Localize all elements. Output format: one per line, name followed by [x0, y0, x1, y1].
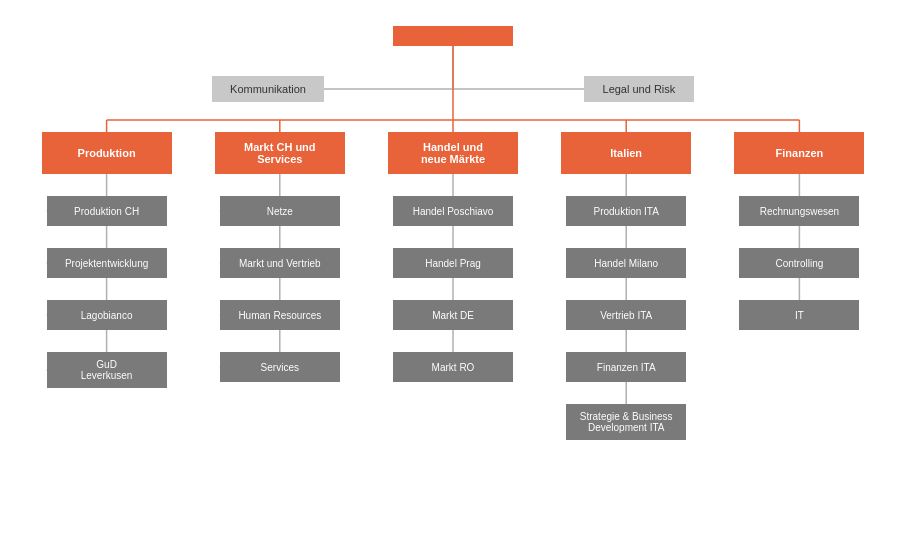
col-header-produktion: Produktion [42, 132, 172, 174]
list-item: Finanzen ITA [566, 352, 686, 382]
list-item: Handel Milano [566, 248, 686, 278]
list-item: Human Resources [220, 300, 340, 330]
col-header-handel: Handel und neue Märkte [388, 132, 518, 174]
kommunikation-box: Kommunikation [212, 76, 324, 102]
legal-risk-box: Legal und Risk [584, 76, 694, 102]
col-items-produktion: Produktion CH Projektentwicklung Lagobia… [42, 174, 172, 388]
column-produktion: Produktion Produktion CH Projektentwickl… [20, 132, 193, 388]
list-item: Lagobianco [47, 300, 167, 330]
list-item: Produktion CH [47, 196, 167, 226]
column-handel: Handel und neue Märkte Handel Poschiavo … [366, 132, 539, 382]
col-items-handel: Handel Poschiavo Handel Prag Markt DE Ma… [388, 174, 518, 382]
col-items-markt-ch: Netze Markt und Vertrieb Human Resources… [215, 174, 345, 382]
list-item: Rechnungswesen [739, 196, 859, 226]
list-item: Handel Poschiavo [393, 196, 513, 226]
col-items-italien: Produktion ITA Handel Milano Vertrieb IT… [561, 174, 691, 440]
list-item: Vertrieb ITA [566, 300, 686, 330]
list-item: Strategie & Business Development ITA [566, 404, 686, 440]
col-header-italien: Italien [561, 132, 691, 174]
list-item: IT [739, 300, 859, 330]
column-markt-ch: Markt CH und Services Netze Markt und Ve… [193, 132, 366, 382]
col-header-finanzen: Finanzen [734, 132, 864, 174]
column-italien: Italien Produktion ITA Handel Milano Ver… [540, 132, 713, 440]
list-item: Netze [220, 196, 340, 226]
list-item: Produktion ITA [566, 196, 686, 226]
page: Kommunikation Legal und Risk Produktion … [0, 0, 906, 538]
list-item: Markt DE [393, 300, 513, 330]
ceo-box [393, 26, 513, 46]
list-item: Projektentwicklung [47, 248, 167, 278]
list-item: Markt und Vertrieb [220, 248, 340, 278]
column-finanzen: Finanzen Rechnungswesen Controlling IT [713, 132, 886, 330]
col-header-markt-ch: Markt CH und Services [215, 132, 345, 174]
list-item: GuD Leverkusen [47, 352, 167, 388]
list-item: Services [220, 352, 340, 382]
col-items-finanzen: Rechnungswesen Controlling IT [734, 174, 864, 330]
list-item: Markt RO [393, 352, 513, 382]
list-item: Controlling [739, 248, 859, 278]
org-chart: Kommunikation Legal und Risk Produktion … [20, 26, 886, 526]
list-item: Handel Prag [393, 248, 513, 278]
